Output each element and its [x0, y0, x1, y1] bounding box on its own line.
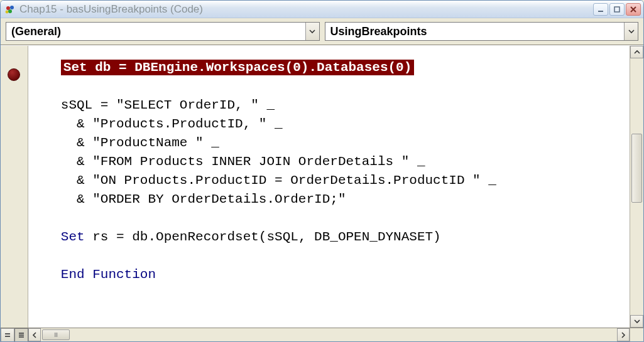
chevron-down-icon[interactable]	[305, 23, 319, 40]
minimize-button[interactable]	[593, 3, 608, 16]
scroll-left-button[interactable]	[28, 328, 41, 341]
svg-point-0	[6, 6, 10, 10]
breakpoint-marker[interactable]	[8, 68, 20, 81]
editor-area: Set db = DBEngine.Workspaces(0).Database…	[1, 45, 643, 328]
svg-rect-6	[5, 333, 10, 334]
code-line: & "Products.ProductID, " _	[37, 117, 283, 131]
bottom-bar: Ⅲ	[1, 328, 643, 341]
window-buttons	[593, 3, 641, 16]
svg-rect-9	[19, 334, 24, 336]
scroll-corner	[630, 328, 643, 341]
object-proc-selectors: (General) UsingBreakpoints	[1, 18, 643, 45]
maximize-button[interactable]	[609, 3, 625, 16]
close-button[interactable]	[626, 3, 641, 16]
titlebar[interactable]: Chap15 - basUsingBreakpoints (Code)	[1, 1, 643, 18]
breakpoint-line: Set db = DBEngine.Workspaces(0).Database…	[61, 60, 415, 75]
hscroll-thumb[interactable]: Ⅲ	[42, 329, 70, 340]
code-line: sSQL = "SELECT OrderID, " _	[37, 98, 275, 112]
svg-rect-10	[19, 336, 24, 338]
procedure-view-button[interactable]	[1, 328, 14, 342]
chevron-down-icon[interactable]	[624, 23, 638, 40]
code-rest: rs = db.OpenRecordset(sSQL, DB_OPEN_DYNA…	[85, 230, 441, 244]
full-module-view-button[interactable]	[14, 328, 28, 342]
code-line: & "FROM Products INNER JOIN OrderDetails…	[37, 154, 425, 169]
svg-rect-4	[598, 11, 603, 12]
code-indent	[37, 60, 61, 75]
code-line: & "ORDER BY OrderDetails.OrderID;"	[37, 192, 346, 206]
svg-point-2	[8, 9, 12, 13]
scroll-track[interactable]	[630, 58, 643, 315]
procedure-combo-label: UsingBreakpoints	[325, 25, 625, 38]
object-combo-label: (General)	[6, 25, 305, 38]
app-icon	[4, 4, 16, 15]
object-combo[interactable]: (General)	[6, 22, 320, 41]
code-text[interactable]: Set db = DBEngine.Workspaces(0).Database…	[28, 46, 630, 297]
code-line: & "ProductName " _	[37, 136, 219, 150]
code-line: & "ON Products.ProductID = OrderDetails.…	[37, 173, 496, 188]
code-viewport[interactable]: Set db = DBEngine.Workspaces(0).Database…	[28, 46, 630, 328]
scroll-down-button[interactable]	[630, 315, 643, 328]
vertical-scrollbar[interactable]	[630, 46, 643, 328]
scroll-thumb[interactable]	[631, 134, 642, 203]
scroll-up-button[interactable]	[630, 46, 643, 58]
hscroll-track[interactable]: Ⅲ	[41, 328, 617, 341]
view-mode-toggles	[1, 328, 28, 341]
margin-gutter[interactable]	[1, 46, 28, 328]
svg-rect-8	[19, 333, 24, 334]
horizontal-scrollbar[interactable]: Ⅲ	[28, 328, 643, 341]
keyword-set: Set	[37, 230, 85, 244]
window-title: Chap15 - basUsingBreakpoints (Code)	[19, 3, 593, 16]
keyword-end-function: End Function	[37, 267, 156, 282]
svg-rect-7	[5, 336, 10, 337]
procedure-combo[interactable]: UsingBreakpoints	[325, 22, 639, 41]
svg-point-1	[10, 6, 14, 9]
scroll-right-button[interactable]	[617, 328, 630, 341]
svg-point-3	[6, 10, 9, 13]
code-window: Chap15 - basUsingBreakpoints (Code) (Gen…	[0, 0, 644, 342]
svg-rect-5	[614, 7, 619, 12]
